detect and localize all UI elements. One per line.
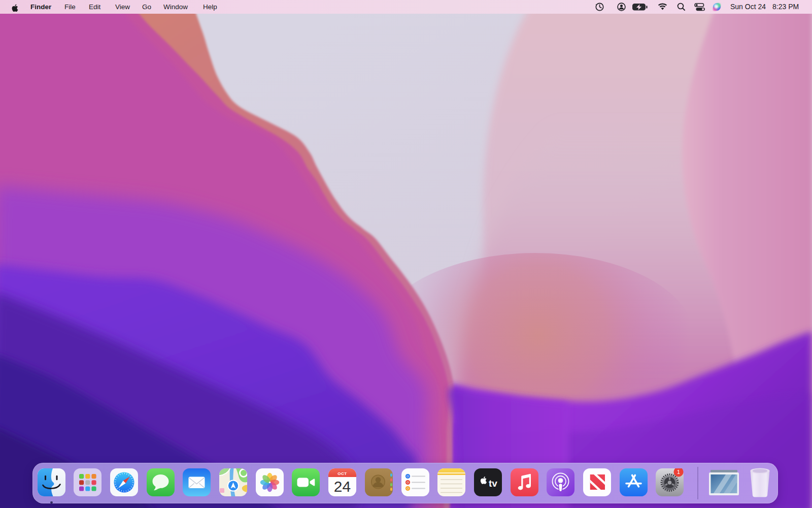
svg-text:tv: tv [489, 478, 497, 489]
svg-text:24: 24 [334, 478, 351, 495]
svg-text:OCT: OCT [337, 471, 347, 476]
svg-text:1: 1 [677, 469, 680, 475]
